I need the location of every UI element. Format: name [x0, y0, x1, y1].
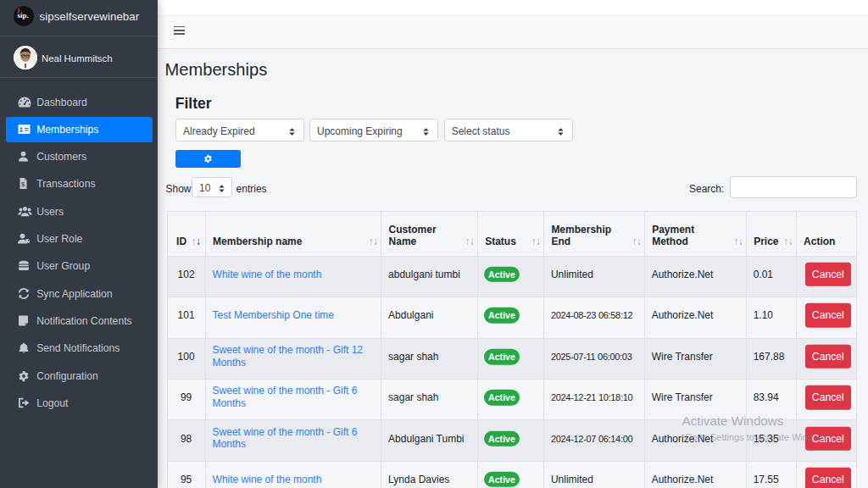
svg-text:$: $: [21, 180, 25, 188]
